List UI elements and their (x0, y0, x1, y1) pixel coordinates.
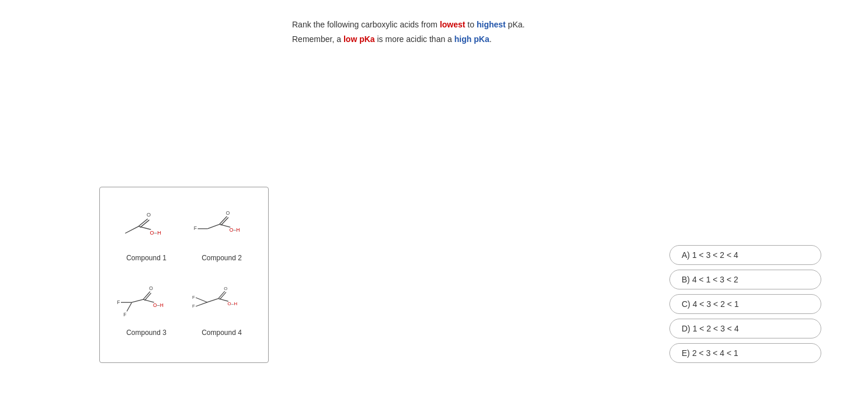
svg-text:H: H (159, 302, 163, 308)
compound-2-svg: F O O – H (190, 199, 254, 252)
svg-line-0 (125, 226, 138, 233)
answer-C[interactable]: C) 4 < 3 < 2 < 1 (669, 294, 821, 314)
compound-2-label: Compound 2 (202, 254, 242, 262)
instruction-line1: Rank the following carboxylic acids from… (292, 18, 845, 32)
svg-line-38 (218, 299, 228, 302)
svg-text:O: O (227, 302, 231, 307)
svg-text:O: O (225, 211, 230, 217)
lowest-text: lowest (440, 20, 466, 29)
answer-D[interactable]: D) 1 < 2 < 3 < 4 (669, 319, 821, 338)
high-pka-text: high pKa (454, 34, 489, 44)
answer-E[interactable]: E) 2 < 3 < 4 < 1 (669, 343, 821, 363)
compound-3-item: F O O – H F Compound 3 (112, 274, 181, 337)
svg-text:F: F (123, 312, 126, 317)
svg-line-24 (143, 300, 154, 303)
answer-A[interactable]: A) 1 < 3 < 2 < 4 (669, 245, 821, 265)
svg-text:F: F (117, 299, 120, 305)
compound-4-item: F F O O – H Compound 4 (187, 274, 256, 337)
compound-2-item: F O O – H Compound 2 (187, 199, 256, 262)
svg-line-31 (196, 298, 207, 302)
compounds-box: O O – H Compound 1 F O O – H Compound 2 (99, 187, 269, 363)
svg-text:F: F (192, 304, 195, 309)
svg-text:O: O (224, 286, 227, 291)
svg-line-20 (131, 300, 143, 303)
svg-text:F: F (193, 226, 196, 232)
svg-line-10 (207, 225, 219, 229)
low-pka-text: low pKa (343, 34, 375, 44)
compound-3-label: Compound 3 (126, 329, 166, 337)
svg-line-28 (127, 303, 131, 312)
instructions: Rank the following carboxylic acids from… (292, 18, 845, 47)
compounds-grid: O O – H Compound 1 F O O – H Compound 2 (112, 199, 256, 337)
answers-section: A) 1 < 3 < 2 < 4 B) 4 < 1 < 3 < 2 C) 4 <… (669, 245, 821, 363)
compound-1-label: Compound 1 (126, 254, 166, 262)
instruction-line2: Remember, a low pKa is more acidic than … (292, 32, 845, 47)
compound-3-svg: F O O – H F (114, 274, 179, 326)
svg-line-14 (219, 225, 230, 228)
compound-1-item: O O – H Compound 1 (112, 199, 181, 262)
compound-4-label: Compound 4 (202, 329, 242, 337)
svg-text:H: H (157, 230, 161, 236)
svg-line-33 (196, 302, 207, 306)
svg-text:H: H (236, 227, 239, 233)
main-content: O O – H Compound 1 F O O – H Compound 2 (23, 58, 845, 363)
highest-text: highest (477, 20, 506, 29)
svg-line-4 (138, 226, 151, 230)
answer-B[interactable]: B) 4 < 1 < 3 < 2 (669, 270, 821, 289)
compound-1-svg: O O – H (114, 199, 179, 252)
svg-text:O: O (150, 230, 154, 236)
svg-text:O: O (147, 212, 151, 218)
svg-text:H: H (234, 302, 237, 307)
svg-line-34 (207, 299, 218, 302)
compound-4-svg: F F O O – H (190, 274, 254, 326)
svg-text:F: F (192, 295, 195, 300)
svg-text:O: O (149, 285, 153, 291)
page: Rank the following carboxylic acids from… (0, 0, 868, 375)
